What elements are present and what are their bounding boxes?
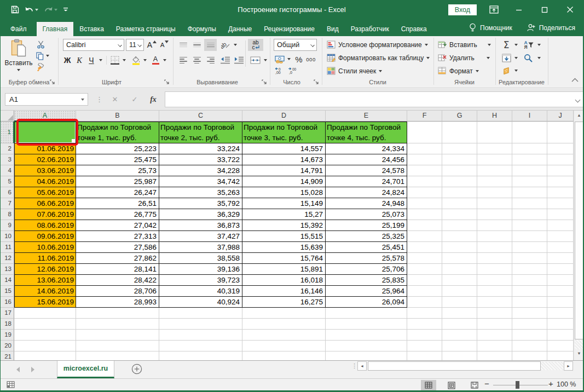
cancel-button[interactable]: ✕ xyxy=(108,93,122,106)
cell-J7[interactable] xyxy=(547,198,574,209)
cell-A21[interactable] xyxy=(14,351,76,360)
font-dialog-launcher[interactable] xyxy=(164,79,171,86)
cell-F12[interactable] xyxy=(407,253,442,264)
cell-E9[interactable]: 25,199 xyxy=(326,220,407,231)
cell-I19[interactable] xyxy=(512,330,547,341)
cell-H12[interactable] xyxy=(477,253,512,264)
cell-A2[interactable]: 01.06.2019 xyxy=(14,143,76,154)
cell-C7[interactable]: 35,792 xyxy=(159,198,242,209)
cell-G9[interactable] xyxy=(442,220,477,231)
cell-J19[interactable] xyxy=(547,330,574,341)
cell-E5[interactable]: 24,701 xyxy=(326,176,407,187)
horizontal-scroll-track[interactable] xyxy=(541,362,564,370)
enter-button[interactable]: ✓ xyxy=(128,93,142,106)
align-center-button[interactable] xyxy=(190,54,203,66)
cell-D2[interactable]: 14,557 xyxy=(242,143,326,154)
cell-H18[interactable] xyxy=(477,319,512,330)
merge-center-button[interactable] xyxy=(248,54,262,66)
cell-A9[interactable]: 08.06.2019 xyxy=(14,220,76,231)
comma-style-button[interactable]: 000 xyxy=(305,54,317,65)
tab-page-layout[interactable]: Разметка страницы xyxy=(110,22,182,36)
column-header-E[interactable]: E xyxy=(326,111,407,122)
zoom-out-button[interactable]: − xyxy=(484,379,489,388)
cell-H19[interactable] xyxy=(477,330,512,341)
cell-A5[interactable]: 04.06.2019 xyxy=(14,176,76,187)
cell-G7[interactable] xyxy=(442,198,477,209)
cell-I16[interactable] xyxy=(512,297,547,308)
cell-H16[interactable] xyxy=(477,297,512,308)
cell-E15[interactable]: 25,964 xyxy=(326,286,407,297)
macro-record-button[interactable] xyxy=(7,381,15,390)
row-header-19[interactable]: 19 xyxy=(1,330,14,341)
cell-F19[interactable] xyxy=(407,330,442,341)
cell-B3[interactable]: 25,475 xyxy=(76,154,159,165)
cell-D19[interactable] xyxy=(242,330,326,341)
name-box[interactable]: A1 xyxy=(5,93,88,106)
autosum-button[interactable]: Σ xyxy=(500,39,513,50)
row-header-6[interactable]: 6 xyxy=(1,187,14,198)
cell-C8[interactable]: 36,329 xyxy=(159,209,242,220)
cell-D13[interactable]: 15,891 xyxy=(242,264,326,275)
cell-A19[interactable] xyxy=(14,330,76,341)
fill-handle[interactable] xyxy=(72,139,76,143)
align-top-button[interactable] xyxy=(177,39,189,51)
cell-I15[interactable] xyxy=(512,286,547,297)
cell-C20[interactable] xyxy=(159,341,242,351)
orientation-button[interactable]: ab xyxy=(219,39,232,51)
underline-dropdown[interactable] xyxy=(97,54,104,66)
insert-function-button[interactable]: fx xyxy=(146,93,160,106)
row-header-16[interactable]: 16 xyxy=(1,297,14,308)
cell-C4[interactable]: 34,228 xyxy=(159,165,242,176)
cell-I8[interactable] xyxy=(512,209,547,220)
cell-B10[interactable]: 27,313 xyxy=(76,231,159,242)
bold-button[interactable]: Ж xyxy=(62,54,73,66)
sheet-nav-left-icon[interactable] xyxy=(16,367,20,372)
cell-E3[interactable]: 24,456 xyxy=(326,154,407,165)
cell-J16[interactable] xyxy=(547,297,574,308)
cell-I14[interactable] xyxy=(512,275,547,286)
row-header-1[interactable]: 1 xyxy=(1,122,14,143)
cell-D12[interactable]: 15,764 xyxy=(242,253,326,264)
scroll-right-button[interactable]: ► xyxy=(564,361,573,371)
fill-color-dropdown[interactable] xyxy=(142,54,148,66)
cell-I7[interactable] xyxy=(512,198,547,209)
tab-insert[interactable]: Вставка xyxy=(73,22,110,36)
cell-B1[interactable]: Продажи по Торговой точке 1, тыс. руб. xyxy=(76,122,159,143)
cell-C14[interactable]: 39,723 xyxy=(159,275,242,286)
conditional-formatting-button[interactable]: Условное форматирование xyxy=(327,41,428,49)
new-sheet-button[interactable] xyxy=(131,364,142,374)
cell-B5[interactable]: 25,987 xyxy=(76,176,159,187)
cell-G11[interactable] xyxy=(442,242,477,253)
cell-J5[interactable] xyxy=(547,176,574,187)
decrease-indent-button[interactable] xyxy=(219,54,232,66)
cell-G3[interactable] xyxy=(442,154,477,165)
cell-J10[interactable] xyxy=(547,231,574,242)
cell-E7[interactable]: 24,948 xyxy=(326,198,407,209)
cell-G20[interactable] xyxy=(442,341,477,351)
cell-C2[interactable]: 33,224 xyxy=(159,143,242,154)
cell-C21[interactable] xyxy=(159,351,242,360)
cell-F15[interactable] xyxy=(407,286,442,297)
cell-D18[interactable] xyxy=(242,319,326,330)
cell-A12[interactable]: 11.06.2019 xyxy=(14,253,76,264)
cell-D14[interactable]: 16,018 xyxy=(242,275,326,286)
cell-H13[interactable] xyxy=(477,264,512,275)
cell-F16[interactable] xyxy=(407,297,442,308)
row-header-13[interactable]: 13 xyxy=(1,264,14,275)
normal-view-button[interactable] xyxy=(421,380,436,390)
cell-A6[interactable]: 05.06.2019 xyxy=(14,187,76,198)
cell-H6[interactable] xyxy=(477,187,512,198)
cell-F8[interactable] xyxy=(407,209,442,220)
cell-C6[interactable]: 35,263 xyxy=(159,187,242,198)
cell-E10[interactable]: 25,325 xyxy=(326,231,407,242)
cell-E13[interactable]: 25,706 xyxy=(326,264,407,275)
cell-D16[interactable]: 16,275 xyxy=(242,297,326,308)
cell-C5[interactable]: 34,742 xyxy=(159,176,242,187)
horizontal-scroll-thumb[interactable] xyxy=(368,361,541,371)
formula-input[interactable] xyxy=(165,91,583,107)
sign-in-button[interactable]: Вход xyxy=(448,4,477,15)
cell-J9[interactable] xyxy=(547,220,574,231)
cell-A10[interactable]: 09.06.2019 xyxy=(14,231,76,242)
cell-F3[interactable] xyxy=(407,154,442,165)
autosum-dropdown[interactable] xyxy=(513,39,519,50)
